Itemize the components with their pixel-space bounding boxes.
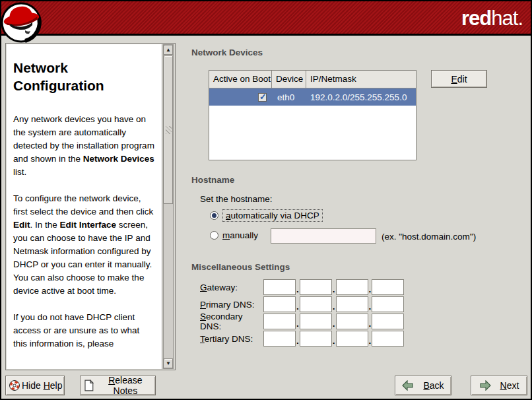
redhat-wordmark: redhat.	[461, 7, 523, 30]
manual-radio[interactable]	[210, 231, 218, 240]
scrollbar-thumb[interactable]	[164, 55, 173, 204]
secondary-dns-label: Secondary DNS:	[200, 312, 263, 331]
next-button[interactable]: Next	[471, 376, 527, 395]
hostname-heading: Hostname	[191, 175, 234, 185]
banner-divider	[1, 34, 531, 36]
secondary-dns-octet-2[interactable]	[300, 314, 332, 329]
help-title: Network Configuration	[13, 59, 155, 94]
check-icon: ✓	[259, 92, 267, 102]
back-button[interactable]: Back	[395, 376, 451, 395]
active-on-boot-cell: ✓	[209, 88, 272, 106]
gateway-label: Gateway:	[200, 283, 263, 292]
gateway-row: Gateway: . . .	[200, 279, 404, 295]
primary-dns-octet-4[interactable]	[372, 296, 404, 312]
secondary-dns-octet-1[interactable]	[263, 314, 296, 329]
device-cell: eth0	[272, 88, 306, 106]
col-active-on-boot[interactable]: Active on Boot	[209, 71, 272, 88]
radio-row-dhcp: automatically via DHCP	[210, 209, 323, 222]
tertiary-dns-octet-3[interactable]	[336, 331, 368, 347]
active-on-boot-checkbox[interactable]: ✓	[258, 93, 267, 102]
ip-netmask-cell: 192.0.2.0/255.255.255.0	[306, 88, 416, 106]
table-row[interactable]: ✓ eth0 192.0.2.0/255.255.255.0	[209, 88, 416, 106]
gateway-octet-4[interactable]	[372, 279, 404, 295]
edit-button[interactable]: Edit	[431, 70, 487, 88]
manual-radio-label[interactable]: manually	[222, 230, 258, 240]
hide-help-button[interactable]: Hide Help	[5, 376, 65, 395]
arrow-right-icon	[479, 380, 491, 391]
tertiary-dns-row: Tertiary DNS: . . .	[200, 331, 404, 347]
document-icon	[84, 380, 94, 391]
top-banner	[1, 1, 531, 34]
tertiary-dns-octet-1[interactable]	[263, 331, 296, 347]
brand-dot: .	[517, 7, 523, 30]
hostname-input[interactable]	[271, 228, 376, 244]
arrow-left-icon	[402, 380, 414, 391]
table-header: Active on Boot Device IP/Netmask	[209, 71, 416, 88]
hostname-example-hint: (ex. "host.domain.com")	[382, 232, 476, 242]
dhcp-radio[interactable]	[210, 211, 218, 220]
scrollbar-grip	[166, 126, 172, 134]
secondary-dns-octet-3[interactable]	[336, 314, 368, 329]
tertiary-dns-octet-2[interactable]	[300, 331, 332, 347]
primary-dns-row: Primary DNS: . . .	[200, 296, 404, 312]
gateway-octet-2[interactable]	[300, 279, 332, 295]
tertiary-dns-octet-4[interactable]	[372, 331, 404, 347]
misc-settings-heading: Miscellaneous Settings	[191, 262, 290, 272]
tertiary-dns-label: Tertiary DNS:	[200, 334, 263, 344]
help-text: Network Configuration Any network device…	[7, 44, 162, 369]
network-devices-heading: Network Devices	[191, 48, 263, 57]
scroll-up-icon[interactable]: ▲	[164, 45, 173, 55]
release-notes-button[interactable]: Release Notes	[80, 376, 156, 395]
secondary-dns-octet-4[interactable]	[372, 314, 404, 329]
brand-light: hat	[491, 7, 517, 30]
help-panel: Network Configuration Any network device…	[5, 43, 176, 370]
primary-dns-octet-2[interactable]	[300, 296, 332, 312]
col-device[interactable]: Device	[272, 71, 306, 88]
network-devices-table: Active on Boot Device IP/Netmask ✓ eth0 …	[209, 70, 416, 160]
life-preserver-icon	[9, 380, 20, 391]
brand-bold: red	[461, 7, 491, 30]
primary-dns-label: Primary DNS:	[200, 300, 263, 310]
dhcp-radio-label[interactable]: automatically via DHCP	[222, 209, 323, 222]
scroll-down-icon[interactable]: ▼	[164, 358, 173, 368]
installer-window: redhat. Network Configuration Any networ…	[0, 0, 532, 400]
col-ip-netmask[interactable]: IP/Netmask	[306, 71, 416, 88]
gateway-octet-1[interactable]	[263, 279, 296, 295]
help-paragraph: To configure the network device, first s…	[13, 192, 155, 298]
primary-dns-octet-1[interactable]	[263, 296, 296, 312]
gateway-octet-3[interactable]	[336, 279, 368, 295]
secondary-dns-row: Secondary DNS: . . .	[200, 314, 404, 329]
radio-row-manual: manually	[210, 230, 258, 240]
help-scrollbar[interactable]: ▲ ▼	[163, 44, 174, 369]
primary-dns-octet-3[interactable]	[336, 296, 368, 312]
window-body: redhat. Network Configuration Any networ…	[1, 1, 531, 399]
set-hostname-label: Set the hostname:	[200, 194, 273, 204]
help-paragraph: If you do not have DHCP client access or…	[13, 311, 155, 350]
help-paragraph: Any network devices you have on the syst…	[13, 113, 155, 179]
redhat-shadowman-icon	[1, 1, 44, 44]
